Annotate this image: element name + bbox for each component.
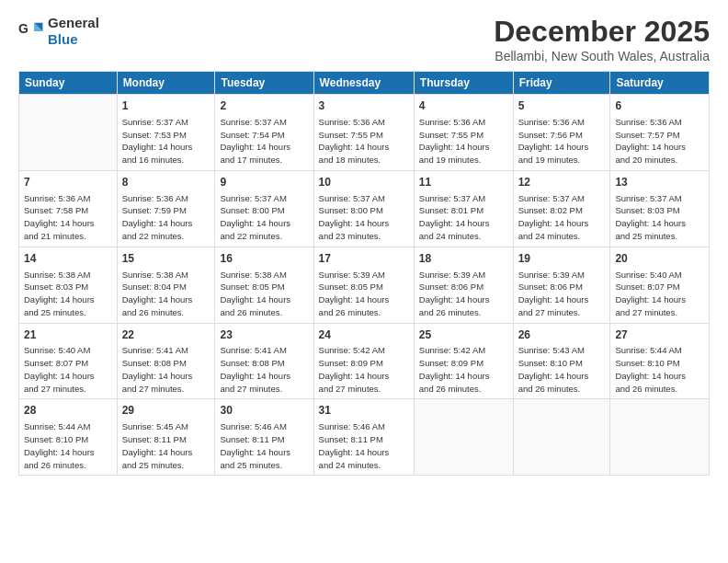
day-number: 4	[419, 98, 508, 114]
day-info: Sunrise: 5:36 AM Sunset: 7:57 PM Dayligh…	[615, 116, 704, 167]
day-number: 6	[615, 98, 704, 114]
day-info: Sunrise: 5:38 AM Sunset: 8:03 PM Dayligh…	[24, 269, 112, 319]
day-info: Sunrise: 5:37 AM Sunset: 7:53 PM Dayligh…	[122, 116, 210, 167]
calendar-cell: 10Sunrise: 5:37 AM Sunset: 8:00 PM Dayli…	[313, 170, 414, 247]
calendar-cell	[513, 399, 610, 476]
day-number: 7	[24, 175, 112, 190]
logo-icon: G	[18, 18, 44, 44]
day-number: 19	[518, 251, 606, 267]
calendar-cell: 16Sunrise: 5:38 AM Sunset: 8:05 PM Dayli…	[215, 247, 313, 323]
day-info: Sunrise: 5:46 AM Sunset: 8:11 PM Dayligh…	[220, 420, 308, 471]
day-number: 22	[122, 327, 210, 343]
title-block: December 2025 Bellambi, New South Wales,…	[494, 15, 710, 63]
calendar-cell: 11Sunrise: 5:37 AM Sunset: 8:01 PM Dayli…	[414, 170, 513, 247]
calendar-week-row: 7Sunrise: 5:36 AM Sunset: 7:58 PM Daylig…	[19, 170, 710, 247]
day-number: 9	[220, 175, 308, 190]
calendar-cell: 21Sunrise: 5:40 AM Sunset: 8:07 PM Dayli…	[19, 323, 118, 399]
day-info: Sunrise: 5:36 AM Sunset: 7:58 PM Dayligh…	[24, 192, 112, 243]
day-number: 25	[419, 327, 508, 343]
calendar-cell: 20Sunrise: 5:40 AM Sunset: 8:07 PM Dayli…	[610, 247, 710, 323]
calendar-cell: 29Sunrise: 5:45 AM Sunset: 8:11 PM Dayli…	[117, 399, 215, 476]
calendar-cell: 19Sunrise: 5:39 AM Sunset: 8:06 PM Dayli…	[513, 247, 610, 323]
day-info: Sunrise: 5:42 AM Sunset: 8:09 PM Dayligh…	[319, 344, 409, 395]
day-info: Sunrise: 5:37 AM Sunset: 8:02 PM Dayligh…	[518, 192, 606, 243]
day-info: Sunrise: 5:40 AM Sunset: 8:07 PM Dayligh…	[24, 344, 112, 395]
header-wednesday: Wednesday	[313, 72, 414, 95]
calendar-cell: 3Sunrise: 5:36 AM Sunset: 7:55 PM Daylig…	[313, 95, 414, 171]
page-container: G General Blue December 2025 Bellambi, N…	[0, 0, 728, 485]
calendar-cell: 31Sunrise: 5:46 AM Sunset: 8:11 PM Dayli…	[313, 399, 414, 476]
calendar-cell: 7Sunrise: 5:36 AM Sunset: 7:58 PM Daylig…	[19, 170, 118, 247]
calendar-cell: 26Sunrise: 5:43 AM Sunset: 8:10 PM Dayli…	[513, 323, 610, 399]
day-number: 20	[615, 251, 704, 267]
header-sunday: Sunday	[19, 72, 118, 95]
header-friday: Friday	[513, 72, 610, 95]
calendar-cell: 14Sunrise: 5:38 AM Sunset: 8:03 PM Dayli…	[19, 247, 118, 323]
day-info: Sunrise: 5:37 AM Sunset: 7:54 PM Dayligh…	[220, 116, 308, 167]
calendar-cell: 6Sunrise: 5:36 AM Sunset: 7:57 PM Daylig…	[610, 95, 710, 171]
day-number: 15	[122, 251, 210, 267]
day-number: 31	[319, 403, 409, 419]
calendar-cell	[19, 95, 118, 171]
day-number: 26	[518, 327, 606, 343]
calendar-week-row: 1Sunrise: 5:37 AM Sunset: 7:53 PM Daylig…	[19, 95, 710, 171]
calendar-cell: 18Sunrise: 5:39 AM Sunset: 8:06 PM Dayli…	[414, 247, 513, 323]
calendar-cell: 2Sunrise: 5:37 AM Sunset: 7:54 PM Daylig…	[215, 95, 313, 171]
day-info: Sunrise: 5:39 AM Sunset: 8:06 PM Dayligh…	[419, 269, 508, 319]
day-number: 13	[615, 175, 704, 190]
calendar-cell: 27Sunrise: 5:44 AM Sunset: 8:10 PM Dayli…	[610, 323, 710, 399]
header-monday: Monday	[117, 72, 215, 95]
day-number: 3	[319, 98, 409, 114]
header-thursday: Thursday	[414, 72, 513, 95]
calendar-cell: 30Sunrise: 5:46 AM Sunset: 8:11 PM Dayli…	[215, 399, 313, 476]
day-info: Sunrise: 5:38 AM Sunset: 8:04 PM Dayligh…	[122, 269, 210, 319]
calendar-cell: 28Sunrise: 5:44 AM Sunset: 8:10 PM Dayli…	[19, 399, 118, 476]
calendar-cell: 22Sunrise: 5:41 AM Sunset: 8:08 PM Dayli…	[117, 323, 215, 399]
day-info: Sunrise: 5:43 AM Sunset: 8:10 PM Dayligh…	[518, 344, 606, 395]
day-number: 5	[518, 98, 606, 114]
day-info: Sunrise: 5:40 AM Sunset: 8:07 PM Dayligh…	[615, 269, 704, 319]
day-info: Sunrise: 5:36 AM Sunset: 7:59 PM Dayligh…	[122, 192, 210, 243]
day-number: 30	[220, 403, 308, 419]
day-number: 21	[24, 327, 112, 343]
calendar-cell	[610, 399, 710, 476]
calendar-cell: 5Sunrise: 5:36 AM Sunset: 7:56 PM Daylig…	[513, 95, 610, 171]
day-number: 18	[419, 251, 508, 267]
calendar-week-row: 28Sunrise: 5:44 AM Sunset: 8:10 PM Dayli…	[19, 399, 710, 476]
calendar-cell: 23Sunrise: 5:41 AM Sunset: 8:08 PM Dayli…	[215, 323, 313, 399]
day-number: 2	[220, 98, 308, 114]
svg-text:G: G	[18, 21, 28, 36]
logo-blue: Blue	[48, 31, 78, 47]
calendar-cell: 9Sunrise: 5:37 AM Sunset: 8:00 PM Daylig…	[215, 170, 313, 247]
calendar-table: Sunday Monday Tuesday Wednesday Thursday…	[18, 71, 710, 476]
day-info: Sunrise: 5:36 AM Sunset: 7:56 PM Dayligh…	[518, 116, 606, 167]
day-info: Sunrise: 5:45 AM Sunset: 8:11 PM Dayligh…	[122, 420, 210, 471]
weekday-header-row: Sunday Monday Tuesday Wednesday Thursday…	[19, 72, 710, 95]
day-number: 10	[319, 175, 409, 190]
day-number: 16	[220, 251, 308, 267]
day-info: Sunrise: 5:37 AM Sunset: 8:03 PM Dayligh…	[615, 192, 704, 243]
calendar-week-row: 14Sunrise: 5:38 AM Sunset: 8:03 PM Dayli…	[19, 247, 710, 323]
calendar-cell: 12Sunrise: 5:37 AM Sunset: 8:02 PM Dayli…	[513, 170, 610, 247]
day-info: Sunrise: 5:37 AM Sunset: 8:01 PM Dayligh…	[419, 192, 508, 243]
day-info: Sunrise: 5:37 AM Sunset: 8:00 PM Dayligh…	[220, 192, 308, 243]
calendar-cell: 8Sunrise: 5:36 AM Sunset: 7:59 PM Daylig…	[117, 170, 215, 247]
calendar-cell: 1Sunrise: 5:37 AM Sunset: 7:53 PM Daylig…	[117, 95, 215, 171]
logo-general: General	[48, 15, 99, 30]
calendar-cell: 15Sunrise: 5:38 AM Sunset: 8:04 PM Dayli…	[117, 247, 215, 323]
day-number: 23	[220, 327, 308, 343]
month-title: December 2025	[494, 15, 710, 49]
day-info: Sunrise: 5:41 AM Sunset: 8:08 PM Dayligh…	[122, 344, 210, 395]
day-number: 28	[24, 403, 112, 419]
calendar-cell: 25Sunrise: 5:42 AM Sunset: 8:09 PM Dayli…	[414, 323, 513, 399]
day-info: Sunrise: 5:36 AM Sunset: 7:55 PM Dayligh…	[319, 116, 409, 167]
calendar-cell: 24Sunrise: 5:42 AM Sunset: 8:09 PM Dayli…	[313, 323, 414, 399]
day-number: 8	[122, 175, 210, 190]
header: G General Blue December 2025 Bellambi, N…	[18, 15, 710, 63]
header-tuesday: Tuesday	[215, 72, 313, 95]
day-info: Sunrise: 5:42 AM Sunset: 8:09 PM Dayligh…	[419, 344, 508, 395]
day-number: 29	[122, 403, 210, 419]
day-number: 11	[419, 175, 508, 190]
location-subtitle: Bellambi, New South Wales, Australia	[494, 49, 710, 63]
day-info: Sunrise: 5:41 AM Sunset: 8:08 PM Dayligh…	[220, 344, 308, 395]
